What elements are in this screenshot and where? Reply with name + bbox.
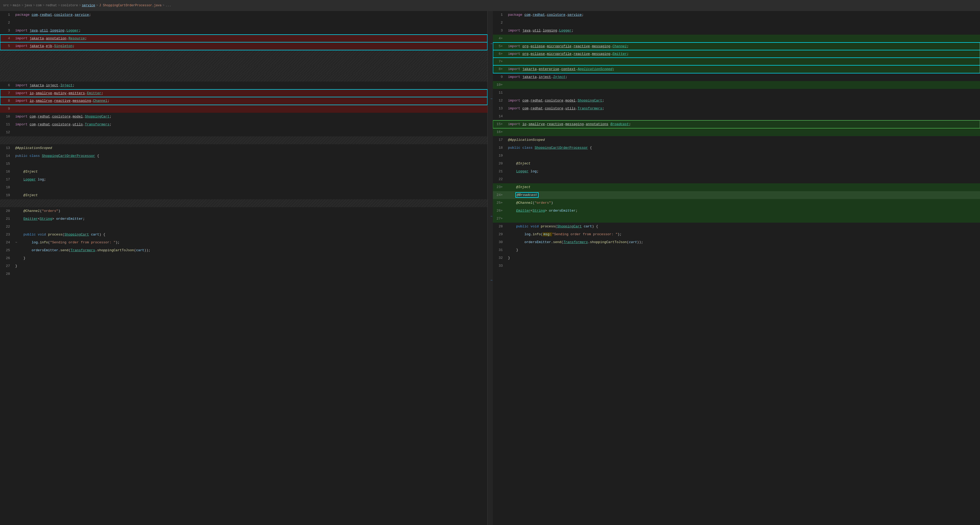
line-content: log.info(msg:"Sending order from process…	[506, 230, 980, 238]
line-num: 27+	[493, 215, 506, 223]
line-content	[13, 160, 487, 168]
table-row	[0, 66, 487, 74]
line-num	[0, 74, 13, 82]
line-content	[506, 35, 980, 43]
line-content: public void process(ShoppingCart cart) {	[506, 223, 980, 230]
line-content: @Channel("orders")	[506, 199, 980, 207]
sep2: >	[22, 4, 23, 7]
breadcrumb-java[interactable]: java	[24, 4, 32, 7]
line-num: 15	[0, 160, 13, 168]
line-num: 23+	[493, 183, 506, 191]
table-row: 25+ @Channel("orders")	[493, 199, 980, 207]
table-row: 5+ import org.eclipse.microprofile.react…	[493, 43, 980, 50]
line-content	[506, 262, 980, 270]
line-num: 25+	[493, 199, 506, 207]
breadcrumb-redhat[interactable]: redhat	[46, 4, 57, 7]
line-num: 2	[0, 19, 13, 27]
table-row: 22	[0, 223, 487, 231]
line-num: 16	[0, 168, 13, 176]
line-content: }	[13, 254, 487, 262]
breadcrumb-src[interactable]: src	[3, 4, 9, 7]
line-content	[13, 184, 487, 192]
line-content: public class ShoppingCartOrderProcessor …	[13, 152, 487, 160]
line-num: 11	[0, 121, 13, 128]
table-row: 30 ordersEmitter.send(Transformers.shopp…	[493, 238, 980, 246]
left-code-content[interactable]: 1 package com.redhat.coolstore.service; …	[0, 11, 487, 525]
line-num: 7+	[493, 58, 506, 65]
line-num: 22	[0, 223, 13, 231]
line-num: 14	[493, 113, 506, 121]
line-content: import com.redhat.coolstore.utils.Transf…	[13, 121, 487, 128]
line-num: 5	[0, 42, 13, 50]
line-num: 2	[493, 19, 506, 27]
line-content: }	[506, 254, 980, 262]
breadcrumb-coolstore[interactable]: coolstore	[61, 4, 78, 7]
table-row: 18 public class ShoppingCartOrderProcess…	[493, 144, 980, 152]
table-row: 11	[493, 89, 980, 97]
diff-arrow-2: →	[490, 97, 492, 101]
line-num: 11	[493, 89, 506, 97]
breadcrumb-com[interactable]: com	[36, 4, 42, 7]
table-row: 28 public void process(ShoppingCart cart…	[493, 223, 980, 230]
line-content: import jakarta.annotation.Resource;	[13, 35, 487, 43]
line-content	[13, 270, 487, 278]
table-row: 21 Emitter<String> ordersEmitter;	[0, 215, 487, 223]
line-num: 26+	[493, 207, 506, 215]
table-row	[0, 58, 487, 66]
line-num: 15+	[493, 121, 506, 128]
line-num: 3	[0, 27, 13, 35]
line-num: 4	[0, 35, 13, 43]
table-row: 32 }	[493, 254, 980, 262]
table-row	[0, 199, 487, 207]
right-code-content[interactable]: 1 package com.redhat.coolstore.service; …	[493, 11, 980, 525]
breadcrumb-main[interactable]: main	[13, 4, 21, 7]
line-num: 20	[493, 160, 506, 168]
line-num: 17	[0, 176, 13, 184]
line-num: 28	[0, 270, 13, 278]
line-content: ordersEmitter.send(Transformers.shopping…	[13, 246, 487, 254]
diff-divider: → → → →	[488, 11, 493, 525]
line-content	[506, 19, 980, 27]
line-content: import io.smallrye.mutiny.emitters.Emitt…	[13, 89, 487, 97]
breadcrumb: src > main > java > com > redhat > cools…	[0, 0, 980, 11]
line-num: 21	[493, 168, 506, 175]
line-content: package com.redhat.coolstore.service;	[13, 11, 487, 19]
table-row: 26+ Emitter<String> ordersEmitter;	[493, 207, 980, 215]
line-content: ~ log.info("Sending order from processor…	[13, 239, 487, 246]
table-row: 14 public class ShoppingCartOrderProcess…	[0, 152, 487, 160]
line-content: import io.smallrye.reactive.messaging.Ch…	[13, 97, 487, 105]
line-num: 18	[493, 144, 506, 152]
line-content: @Inject	[13, 192, 487, 199]
table-row: 9 import jakarta.inject.Inject;	[493, 73, 980, 81]
table-row: 14	[493, 113, 980, 121]
line-num: 1	[0, 11, 13, 19]
line-num: 5+	[493, 43, 506, 50]
line-content: @Inject	[506, 183, 980, 191]
line-num: 17	[493, 136, 506, 144]
line-content: import com.redhat.coolstore.model.Shoppi…	[506, 97, 980, 105]
table-row: 15	[0, 160, 487, 168]
line-num: 22	[493, 175, 506, 183]
breadcrumb-ellipsis: ...	[165, 4, 171, 7]
line-num: 25	[0, 246, 13, 254]
line-content	[506, 89, 980, 97]
line-content: @Broadcast	[506, 191, 980, 199]
line-content: @Inject	[506, 160, 980, 168]
line-num: 24+	[493, 191, 506, 199]
breadcrumb-file[interactable]: J ShoppingCartOrderProcessor.java	[99, 4, 162, 7]
table-row: 7+	[493, 58, 980, 65]
line-content: }	[506, 246, 980, 254]
line-num: 24	[0, 239, 13, 246]
table-row: 12 import com.redhat.coolstore.model.Sho…	[493, 97, 980, 105]
line-content: @Channel("orders")	[13, 207, 487, 215]
line-num	[0, 50, 13, 58]
line-num: 12	[0, 128, 13, 136]
breadcrumb-service[interactable]: service	[82, 4, 95, 7]
line-num: 19	[0, 192, 13, 199]
table-row: 31 }	[493, 246, 980, 254]
line-num: 4+	[493, 35, 506, 43]
line-content: @Inject	[13, 168, 487, 176]
line-content	[506, 58, 980, 65]
line-num: 9	[0, 105, 13, 113]
line-num: 8	[0, 97, 13, 105]
